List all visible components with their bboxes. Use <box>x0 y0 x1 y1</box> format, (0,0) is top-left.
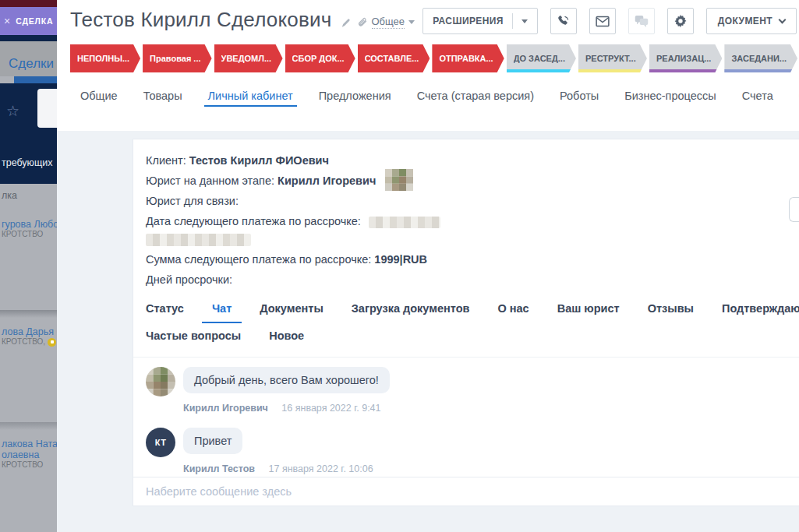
tab-personal-cabinet[interactable]: Личный кабинет <box>208 90 293 113</box>
stage-accent <box>724 69 797 72</box>
kanban-deal-card[interactable]: лакова Натал олаевна КРОТСТВО <box>2 439 57 470</box>
email-button[interactable] <box>589 8 616 34</box>
chat-bubbles-icon <box>635 15 649 27</box>
deal-slider: Тестов Кирилл Сделокович Общее РАСШИРЕНИ… <box>57 0 799 532</box>
stage-label: СОСТАВЛЕ... <box>365 54 419 63</box>
avatar: КТ <box>146 428 175 457</box>
settings-button[interactable] <box>667 8 694 34</box>
itab-documents[interactable]: Документы <box>260 302 323 315</box>
itab-confirming-docs[interactable]: Подтверждающие доку <box>722 302 799 315</box>
cabinet-tabs: Статус Чат Документы Загрузка документов… <box>133 290 799 357</box>
chat-message: КТ Привет <box>146 428 799 457</box>
document-button[interactable]: ДОКУМЕНТ <box>706 8 797 34</box>
itab-new[interactable]: Новое <box>269 329 304 342</box>
deal-link[interactable]: гурова Любов <box>2 219 57 230</box>
message-time: 16 января 2022 г. 9:41 <box>281 403 380 414</box>
field-value: Тестов Кирилл ФИОевич <box>189 154 329 167</box>
deal-link[interactable]: лакова Натал <box>2 439 57 449</box>
button-divider <box>512 13 513 29</box>
itab-about[interactable]: О нас <box>497 302 529 315</box>
pipeline-stage[interactable]: Правовая ... <box>143 44 211 72</box>
field-value: Кирилл Игоревич <box>278 174 376 187</box>
redacted-value <box>146 234 251 246</box>
tab-robots[interactable]: Роботы <box>560 90 599 113</box>
itab-upload-documents[interactable]: Загрузка документов <box>352 302 470 315</box>
itab-reviews[interactable]: Отзывы <box>648 302 694 315</box>
tab-products[interactable]: Товары <box>143 90 182 113</box>
field-label: Юрист на данном этапе: <box>146 174 274 187</box>
kanban-column-header: ☆ требующих <box>0 83 57 184</box>
tab-invoices-old[interactable]: Счета (старая версия) <box>417 90 534 113</box>
category-selector[interactable]: Общее <box>372 16 415 29</box>
slider-header: Тестов Кирилл Сделокович Общее РАСШИРЕНИ… <box>57 0 799 131</box>
stage-label: РЕАЛИЗАЦ... <box>656 54 711 63</box>
kanban-item-label: лка <box>2 190 17 201</box>
message-meta: Кирилл Тестов 17 января 2022 г. 10:06 <box>183 463 799 474</box>
kanban-deal-card[interactable]: лова Дарья С КРОТСТВО, <box>2 326 57 347</box>
message-meta: Кирилл Игоревич 16 января 2022 г. 9:41 <box>183 403 799 414</box>
pipeline-stage[interactable]: СБОР ДОК... <box>285 44 355 72</box>
tab-invoices[interactable]: Счета <box>742 90 773 113</box>
itab-chat[interactable]: Чат <box>212 302 232 315</box>
field-label: Юрист для связи: <box>146 195 239 207</box>
field-label: Сумма следующего платежа по рассрочке: <box>146 253 371 266</box>
pipeline-stage[interactable]: НЕПОЛНЫ... <box>70 44 140 72</box>
top-browser-strip <box>0 0 57 7</box>
itab-faq[interactable]: Частые вопросы <box>146 329 241 342</box>
search-box-fragment[interactable] <box>37 89 57 128</box>
deal-badge-icon <box>48 338 56 347</box>
pipeline-stage[interactable]: ОТПРАВКА... <box>432 44 504 72</box>
itab-status[interactable]: Статус <box>146 302 184 315</box>
chevron-down-icon <box>521 19 528 23</box>
chat-panel: Добрый день, всего Вам хорошего! Кирилл … <box>133 357 799 477</box>
stage-label: НЕПОЛНЫ... <box>77 54 129 63</box>
column-counter-text: требующих <box>2 157 53 168</box>
chevron-down-icon <box>779 16 787 23</box>
edit-pencil-icon[interactable] <box>340 17 352 29</box>
kanban-deal-card[interactable]: гурова Любов КРОТСТВО <box>2 219 57 239</box>
slider-tab-deal[interactable]: × СДЕЛКА <box>0 7 57 35</box>
pipeline-stage[interactable]: СОСТАВЛЕ... <box>358 44 430 72</box>
message-time: 17 января 2022 г. 10:06 <box>269 463 373 474</box>
chat-button[interactable] <box>628 8 655 34</box>
deal-link[interactable]: лова Дарья С <box>2 326 57 337</box>
message-author: Кирилл Игоревич <box>183 403 268 414</box>
client-fields: Клиент: Тестов Кирилл ФИОевич Юрист на д… <box>133 139 799 290</box>
collapse-panel-button[interactable] <box>789 197 799 222</box>
stage-label: ДО ЗАСЕД... <box>514 54 565 63</box>
message-author: Кирилл Тестов <box>183 463 255 474</box>
star-icon[interactable]: ☆ <box>6 102 19 120</box>
itab-your-lawyer[interactable]: Ваш юрист <box>557 302 620 315</box>
call-button[interactable] <box>550 8 577 34</box>
deal-link-line2[interactable]: олаевна <box>2 449 57 460</box>
pipeline-stage[interactable]: УВЕДОМЛ... <box>214 44 283 72</box>
message-bubble: Привет <box>183 428 242 454</box>
deals-page-header: Сделки <box>0 41 57 76</box>
link-icon[interactable] <box>357 17 369 29</box>
personal-cabinet-card: Клиент: Тестов Кирилл ФИОевич Юрист на д… <box>133 139 799 506</box>
filter-bar-fragment <box>14 76 57 83</box>
message-bubble: Добрый день, всего Вам хорошего! <box>183 367 390 393</box>
pipeline-stage[interactable]: РЕСТРУКТ... <box>578 44 647 72</box>
pipeline-stage[interactable]: ЗАСЕДАНИ... <box>724 44 797 72</box>
stage-label: ОТПРАВКА... <box>439 54 493 63</box>
stage-accent <box>649 69 722 72</box>
content-area: Клиент: Тестов Кирилл ФИОевич Юрист на д… <box>57 131 799 532</box>
extensions-button[interactable]: РАСШИРЕНИЯ <box>422 8 538 34</box>
document-label: ДОКУМЕНТ <box>718 16 772 26</box>
card-divider <box>0 422 57 430</box>
pipeline-stages: НЕПОЛНЫ... Правовая ... УВЕДОМЛ... СБОР … <box>70 44 799 72</box>
pipeline-stage[interactable]: РЕАЛИЗАЦ... <box>649 44 722 72</box>
tab-general[interactable]: Общие <box>80 90 118 113</box>
category-label: Общее <box>372 16 405 29</box>
tab-offers[interactable]: Предложения <box>319 90 391 113</box>
avatar <box>146 367 175 396</box>
mail-icon <box>596 16 610 27</box>
field-value: 1999|RUB <box>374 253 427 266</box>
close-icon[interactable]: × <box>4 16 10 26</box>
chevron-down-icon <box>408 20 415 24</box>
chat-message-input[interactable] <box>146 485 787 498</box>
deal-tabs: Общие Товары Личный кабинет Предложения … <box>70 90 799 113</box>
pipeline-stage[interactable]: ДО ЗАСЕД... <box>507 44 576 72</box>
tab-business-processes[interactable]: Бизнес-процессы <box>624 90 716 113</box>
